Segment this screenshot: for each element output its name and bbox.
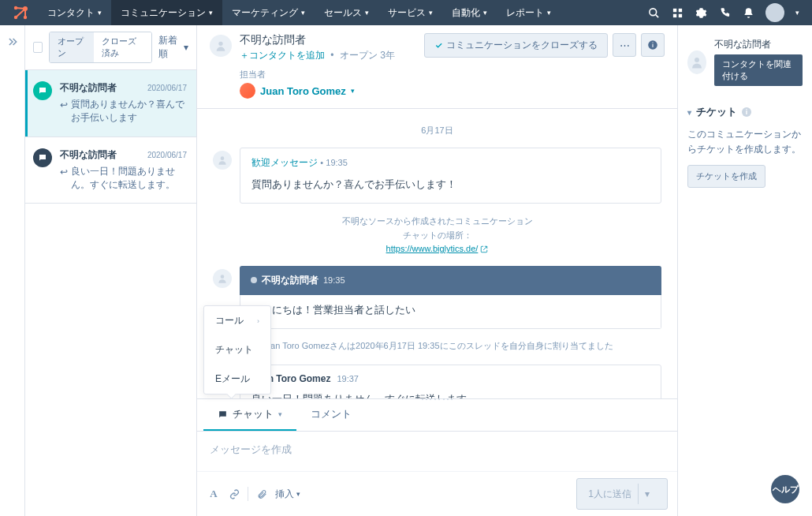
link-icon[interactable] (227, 487, 241, 501)
svg-point-14 (221, 275, 225, 279)
tab-comment[interactable]: コメント (296, 399, 366, 431)
chat-icon (33, 148, 52, 167)
composer-tabs: コール› チャット Eメール チャット ▾ コメント (197, 399, 677, 432)
chevron-down-icon: ▾ (687, 108, 691, 117)
seg-open[interactable]: オープン (50, 32, 93, 62)
ticket-section: ▾ チケット i このコミュニケーションからチケットを作成します。 チケットを作… (687, 105, 803, 188)
conv-item-2[interactable]: 不明な訪問者2020/06/17 ↩︎良い一日！問題ありません。すぐに転送します… (25, 137, 196, 204)
gear-icon[interactable] (695, 6, 707, 19)
popup-call[interactable]: コール› (204, 306, 270, 335)
drag-handle-icon[interactable] (422, 398, 453, 401)
svg-point-9 (218, 42, 222, 46)
visitor-body: こんにちは！営業担当者と話したい (240, 295, 661, 329)
conv-preview: 質問ありませんか？喜んでお手伝いします (71, 98, 187, 125)
svg-rect-11 (652, 44, 653, 47)
contact-title: 不明な訪問者 (240, 33, 395, 47)
info-icon[interactable]: i (742, 107, 751, 117)
nav-marketing[interactable]: マーケティング▾ (222, 0, 315, 25)
account-chevron-icon[interactable]: ▾ (795, 9, 799, 17)
add-contact-link[interactable]: ＋コンタクトを追加 (240, 50, 325, 61)
assignee-dropdown[interactable]: Juan Toro Gomez ▾ (240, 83, 665, 99)
status-dot-icon (251, 277, 257, 283)
visitor-message: 不明な訪問者19:35 こんにちは！営業担当者と話したい (213, 266, 661, 329)
send-split-chevron-icon[interactable]: ▾ (638, 484, 656, 504)
nav-contacts[interactable]: コンタクト▾ (38, 0, 111, 25)
select-all-checkbox[interactable] (33, 42, 43, 53)
assignee-label: 担当者 (240, 69, 665, 80)
svg-point-15 (695, 58, 699, 62)
svg-point-13 (221, 156, 225, 160)
conv-list-header: オープン クローズ済み 新着順▾ (25, 25, 196, 70)
visitor-name: 不明な訪問者 (60, 81, 117, 95)
marketplace-icon[interactable] (671, 6, 683, 19)
create-ticket-button[interactable]: チケットを作成 (687, 165, 765, 188)
ticket-header[interactable]: ▾ チケット i (687, 105, 803, 119)
popup-email[interactable]: Eメール (204, 365, 270, 394)
seg-closed[interactable]: クローズ済み (94, 32, 151, 62)
composer: コール› チャット Eメール チャット ▾ コメント メッセージを作成 A (197, 398, 677, 516)
bell-icon[interactable] (742, 6, 754, 19)
collapse-column (0, 25, 25, 516)
top-navigation: コンタクト▾ コミュニケーション▾ マーケティング▾ セールス▾ サービス▾ 自… (0, 0, 812, 25)
chevron-down-icon: ▾ (278, 410, 282, 418)
conversation-content: 不明な訪問者 ＋コンタクトを追加 • オープン 3年 コミュニケーションをクロー… (197, 25, 678, 516)
conv-date: 2020/06/17 (147, 84, 187, 92)
composer-toolbar: A 挿入▾ 1人に送信 ▾ (197, 471, 677, 516)
conv-preview: 良い一日！問題ありません。すぐに転送します。 (71, 165, 187, 193)
assignee-avatar (240, 83, 255, 99)
insert-dropdown[interactable]: 挿入▾ (275, 488, 300, 501)
search-icon[interactable] (647, 6, 660, 19)
date-separator: 6月17日 (213, 125, 661, 136)
sidebar-avatar (687, 50, 706, 74)
close-conversation-button[interactable]: コミュニケーションをクローズする (424, 33, 608, 58)
reply-icon: ↩︎ (60, 166, 68, 193)
chevron-down-icon: ▾ (351, 87, 355, 95)
attachment-icon[interactable] (255, 487, 269, 501)
nav-items: コンタクト▾ コミュニケーション▾ マーケティング▾ セールス▾ サービス▾ 自… (38, 0, 561, 25)
text-style-icon[interactable]: A (207, 487, 221, 501)
info-button[interactable] (641, 33, 665, 57)
contact-avatar (210, 35, 232, 57)
assignment-note: Juan Toro Gomezさんは2020年6月17日 19:35にこのスレッ… (213, 340, 661, 352)
phone-icon[interactable] (718, 6, 731, 19)
ticket-description: このコミュニケーションからチケットを作成します。 (687, 127, 803, 157)
open-status: オープン 3年 (340, 50, 395, 61)
svg-point-12 (652, 42, 653, 43)
nav-service[interactable]: サービス▾ (378, 0, 442, 25)
content-header: 不明な訪問者 ＋コンタクトを追加 • オープン 3年 コミュニケーションをクロー… (197, 25, 677, 109)
associate-contact-button[interactable]: コンタクトを関連付ける (714, 54, 803, 86)
conv-item-1[interactable]: 不明な訪問者2020/06/17 ↩︎質問ありませんか？喜んでお手伝いします (25, 70, 196, 137)
tab-chat[interactable]: コール› チャット Eメール チャット ▾ (203, 399, 296, 431)
welcome-message: 歓迎メッセージ • 19:35 質問ありませんか？喜んでお手伝いします！ (213, 148, 661, 204)
chevron-right-icon: › (257, 317, 259, 325)
nav-conversations[interactable]: コミュニケーション▾ (111, 0, 222, 25)
svg-rect-6 (678, 8, 681, 11)
nav-automation[interactable]: 自動化▾ (442, 0, 497, 25)
nav-sales[interactable]: セールス▾ (315, 0, 378, 25)
more-menu-button[interactable]: ⋯ (613, 33, 636, 57)
nav-right: ▾ (647, 3, 806, 22)
source-url-link[interactable]: https://www.biglytics.de/ (386, 244, 479, 253)
message-input[interactable]: メッセージを作成 (197, 432, 677, 471)
send-button[interactable]: 1人に送信 ▾ (576, 478, 668, 510)
sort-dropdown[interactable]: 新着順▾ (158, 34, 188, 61)
assignee-section: 担当者 Juan Toro Gomez ▾ (240, 69, 665, 99)
channel-popup: コール› チャット Eメール (203, 305, 271, 394)
collapse-sidebar-icon[interactable] (7, 36, 18, 516)
chat-bubble-icon (218, 409, 228, 420)
agent-body: 良い一日！問題ありません。すぐに転送します。 (240, 384, 661, 398)
visitor-avatar (213, 269, 232, 288)
source-note: 不明なソースから作成されたコミュニケーション チャットの場所： https://… (213, 215, 661, 256)
system-avatar (213, 151, 232, 170)
chat-icon (33, 81, 52, 100)
sidebar-visitor-name: 不明な訪問者 (714, 38, 803, 51)
agent-message: Juan Toro Gomez19:37 良い一日！問題ありません。すぐに転送し… (213, 365, 661, 398)
nav-report[interactable]: レポート▾ (497, 0, 561, 25)
right-sidebar: 不明な訪問者 コンタクトを関連付ける ▾ チケット i このコミュニケーションか… (678, 25, 812, 516)
external-link-icon (480, 245, 488, 253)
reply-icon: ↩︎ (60, 99, 68, 125)
user-avatar[interactable] (765, 3, 784, 22)
hubspot-logo (11, 3, 30, 22)
help-button[interactable]: ヘルプ (771, 475, 799, 503)
popup-chat[interactable]: チャット (204, 335, 270, 365)
